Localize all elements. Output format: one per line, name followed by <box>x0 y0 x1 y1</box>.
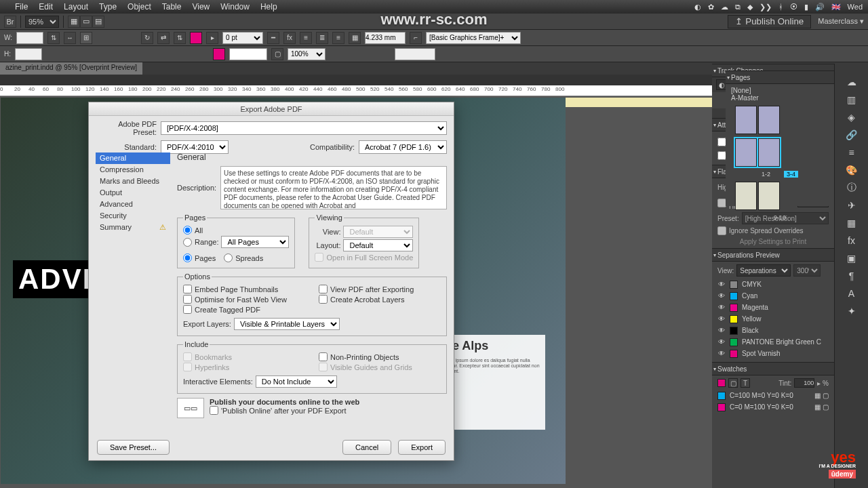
swatch-row[interactable]: C=0 M=100 Y=0 K=0▦ ▢ <box>717 401 829 413</box>
apply-settings-button[interactable]: Apply Settings to Print <box>717 238 829 245</box>
fill-swatch[interactable] <box>190 32 202 44</box>
links-icon[interactable]: 🔗 <box>844 127 859 142</box>
separation-row[interactable]: 👁Yellow <box>717 313 829 325</box>
effects-icon[interactable]: fx <box>844 233 859 248</box>
visibility-icon[interactable]: 👁 <box>717 350 726 357</box>
pages-range-radio[interactable] <box>183 238 192 247</box>
stroke-weight[interactable]: 0 pt <box>222 32 263 44</box>
cat-output[interactable]: Output <box>96 187 170 199</box>
acro-layers-check[interactable] <box>319 295 328 304</box>
page-thumb-3[interactable] <box>735 138 757 167</box>
page-thumb-10[interactable] <box>758 182 780 210</box>
menu-file[interactable]: File <box>9 2 33 12</box>
clock-day[interactable]: Wed <box>848 3 863 11</box>
menu-object[interactable]: Object <box>122 2 157 12</box>
visibility-icon[interactable]: 👁 <box>717 304 726 311</box>
swatches-icon[interactable]: ▦ <box>844 216 859 230</box>
fill-stroke-icon[interactable] <box>717 379 726 387</box>
swatches-panel-header[interactable]: Swatches <box>712 362 834 375</box>
swatch-row[interactable]: C=100 M=0 Y=0 K=0▦ ▢ <box>717 390 829 401</box>
screen-mode-icon[interactable]: ▭ <box>80 16 92 28</box>
ref-point-icon[interactable]: ⊞ <box>80 32 92 44</box>
view-after-check[interactable] <box>319 285 328 293</box>
arrow-icon[interactable]: ❯❯ <box>760 3 772 12</box>
save-preset-button[interactable]: Save Preset... <box>97 440 170 455</box>
visibility-icon[interactable]: 👁 <box>717 292 726 300</box>
rotate-icon[interactable]: ↻ <box>141 32 153 44</box>
page-thumb-9[interactable] <box>735 182 757 210</box>
dim-field-2[interactable] <box>395 48 435 60</box>
text-format-icon[interactable]: T <box>741 378 750 388</box>
separation-row[interactable]: 👁PANTONE Bright Green C <box>717 336 829 348</box>
preset-select[interactable]: [PDF/X-4:2008] <box>161 121 447 135</box>
dim-field[interactable] <box>365 32 406 44</box>
menu-layout[interactable]: Layout <box>58 2 94 12</box>
embed-thumbs-check[interactable] <box>183 285 192 293</box>
char-styles-icon[interactable]: A <box>844 286 859 301</box>
align-l-icon[interactable]: ≡ <box>300 32 312 44</box>
status-icon[interactable]: ◐ <box>694 3 701 12</box>
align-r-icon[interactable]: ≡ <box>332 32 344 44</box>
opacity-select[interactable]: 100% <box>288 48 326 60</box>
flip-h-icon[interactable]: ⇄ <box>157 32 170 44</box>
arrange-icon[interactable]: ▤ <box>92 16 104 28</box>
layout-select[interactable]: Default <box>343 239 413 251</box>
pages-radio[interactable] <box>183 253 192 262</box>
stroke-style-icon[interactable]: ━ <box>267 32 279 44</box>
align-c-icon[interactable]: ≣ <box>316 32 328 44</box>
sep-view-select[interactable]: Separations <box>736 264 791 277</box>
status-icon[interactable]: ✿ <box>708 3 714 12</box>
stroke-swatch[interactable] <box>213 48 225 60</box>
menu-type[interactable]: Type <box>94 2 122 12</box>
document-tab[interactable]: azine_print.indd @ 95% [Overprint Previe… <box>0 62 142 75</box>
export-button[interactable]: Export <box>398 440 446 455</box>
zoom-select[interactable]: 95% <box>25 16 59 28</box>
stroke-field[interactable] <box>229 48 267 60</box>
visibility-icon[interactable]: 👁 <box>717 338 726 346</box>
interactive-select[interactable]: Do Not Include <box>256 375 337 388</box>
corner-icon[interactable]: ⌐ <box>410 32 422 44</box>
fast-web-check[interactable] <box>183 295 192 304</box>
page-thumb-4[interactable] <box>758 138 780 167</box>
fill-dd-icon[interactable]: ▸ <box>206 32 218 44</box>
separation-row[interactable]: 👁Black <box>717 325 829 336</box>
tint-field[interactable] <box>794 378 814 388</box>
bridge-icon[interactable]: Br <box>4 16 16 28</box>
description-box[interactable]: Use these settings to create Adobe PDF d… <box>220 166 447 209</box>
cc-libs-icon[interactable]: ☁ <box>844 75 859 89</box>
color-icon[interactable]: 🎨 <box>844 163 859 178</box>
spreads-radio[interactable] <box>224 253 233 262</box>
opacity-icon[interactable]: ▢ <box>271 48 283 60</box>
separation-row[interactable]: 👁Magenta <box>717 302 829 313</box>
publish-online-check[interactable] <box>210 406 218 415</box>
standard-select[interactable]: PDF/X-4:2010 <box>161 140 229 154</box>
separation-row[interactable]: 👁Spot Varnish <box>717 348 829 359</box>
cat-advanced[interactable]: Advanced <box>96 199 170 210</box>
cat-marks[interactable]: Marks and Bleeds <box>96 176 170 187</box>
pages-master[interactable]: A-Master <box>731 94 829 102</box>
pages-none[interactable]: [None] <box>731 87 829 94</box>
frame-style-select[interactable]: [Basic Graphics Frame]+ <box>426 32 521 44</box>
wrap-icon[interactable]: ▦ <box>349 32 361 44</box>
separation-row[interactable]: 👁Cyan <box>717 290 829 302</box>
visibility-icon[interactable]: 👁 <box>717 315 726 323</box>
fx-icon[interactable]: fx <box>283 32 296 44</box>
info-icon[interactable]: ⓘ <box>844 180 859 195</box>
cc-icon[interactable]: ◆ <box>747 3 753 12</box>
scale-icon[interactable]: ↔ <box>64 32 76 44</box>
object-styles-icon[interactable]: ▣ <box>844 251 859 266</box>
cat-compression[interactable]: Compression <box>96 164 170 176</box>
workspace-select[interactable]: Masterclass ▾ <box>818 17 864 26</box>
cat-general[interactable]: General <box>96 152 170 164</box>
cat-security[interactable]: Security <box>96 210 170 222</box>
h-field[interactable] <box>15 48 42 60</box>
page-thumb-1[interactable] <box>735 106 757 134</box>
wifi-icon[interactable]: ⦿ <box>790 3 797 11</box>
cloud-icon[interactable]: ☁ <box>721 3 728 12</box>
visibility-icon[interactable]: 👁 <box>717 327 726 334</box>
container-format-icon[interactable]: ▢ <box>728 378 738 388</box>
stroke-icon[interactable]: ≡ <box>844 145 859 160</box>
view-options-icon[interactable]: ▦ <box>68 16 80 28</box>
dropbox-icon[interactable]: ⧉ <box>735 3 741 12</box>
flip-v-icon[interactable]: ⇅ <box>174 32 186 44</box>
